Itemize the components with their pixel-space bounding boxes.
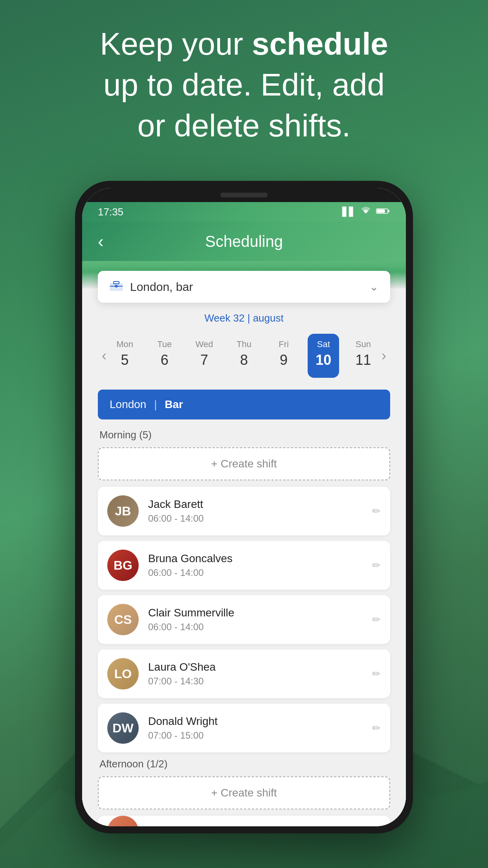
shift-time-bruna: 06:00 - 14:00: [148, 567, 372, 578]
phone-screen: 17:35 ▋▋: [82, 188, 406, 826]
day-thu[interactable]: Thu 8: [228, 334, 260, 378]
back-button[interactable]: ‹: [98, 233, 104, 250]
day-sun-name: Sun: [356, 339, 371, 349]
day-selector: ‹ Mon 5 Tue 6 Wed 7 Thu: [98, 334, 390, 378]
content-area[interactable]: Week 32 | august ‹ Mon 5 Tue 6 Wed 7: [82, 289, 406, 826]
create-shift-morning-button[interactable]: + Create shift: [98, 447, 390, 480]
avatar-bruna: BG: [107, 550, 139, 581]
shift-info-laura: Laura O'Shea 07:00 - 14:30: [148, 661, 372, 687]
svg-rect-2: [377, 210, 385, 213]
create-shift-afternoon-label: + Create shift: [211, 787, 277, 799]
app-header: ‹ Scheduling: [82, 222, 406, 261]
hero-line3: or delete shifts.: [138, 108, 351, 143]
shift-info-bruna: Bruna Goncalves 06:00 - 14:00: [148, 552, 372, 578]
day-mon-num: 5: [121, 352, 129, 368]
edit-shift-laura-button[interactable]: ✏: [372, 668, 381, 680]
location-separator: |: [154, 398, 160, 410]
edit-shift-clair-button[interactable]: ✏: [372, 614, 381, 626]
app-title: Scheduling: [205, 233, 283, 250]
day-tue-num: 6: [161, 352, 169, 368]
wifi-icon: [360, 206, 371, 217]
shift-info-clair: Clair Summerville 06:00 - 14:00: [148, 607, 372, 633]
hero-section: Keep your schedule up to date. Edit, add…: [0, 24, 488, 146]
shift-card-laura[interactable]: LO Laura O'Shea 07:00 - 14:30 ✏: [98, 649, 390, 698]
svg-rect-6: [115, 285, 117, 287]
shift-time-jack: 06:00 - 14:00: [148, 513, 372, 524]
avatar-afternoon: AM: [107, 816, 139, 826]
edit-shift-donald-button[interactable]: ✏: [372, 722, 381, 734]
avatar-clair: CS: [107, 604, 139, 635]
hero-bold: schedule: [252, 26, 388, 61]
svg-rect-4: [114, 281, 119, 284]
days-row: Mon 5 Tue 6 Wed 7 Thu 8: [106, 334, 382, 378]
create-shift-afternoon-button[interactable]: + Create shift: [98, 776, 390, 809]
shift-card-donald[interactable]: DW Donald Wright 07:00 - 15:00 ✏: [98, 704, 390, 752]
day-tue[interactable]: Tue 6: [149, 334, 180, 378]
day-sun-num: 11: [355, 352, 371, 368]
shift-time-laura: 07:00 - 14:30: [148, 676, 372, 687]
shift-name-laura: Laura O'Shea: [148, 661, 372, 673]
next-week-button[interactable]: ›: [382, 348, 386, 364]
location-selector[interactable]: London, bar ⌄: [98, 271, 390, 303]
shift-name-jack: Jack Barett: [148, 498, 372, 511]
afternoon-section-header: Afternoon (1/2): [98, 758, 390, 770]
day-wed-name: Wed: [195, 339, 213, 349]
day-tue-name: Tue: [157, 339, 172, 349]
day-sat-num: 10: [316, 352, 331, 368]
svg-rect-1: [388, 210, 389, 212]
edit-shift-jack-button[interactable]: ✏: [372, 505, 381, 517]
phone-notch-area: [82, 188, 406, 202]
signal-icon: ▋▋: [342, 207, 356, 217]
location-name: London, bar: [130, 280, 193, 294]
day-fri-name: Fri: [279, 339, 289, 349]
afternoon-section: Afternoon (1/2) + Create shift AM: [98, 758, 390, 826]
speaker: [220, 193, 268, 197]
shift-card-bruna[interactable]: BG Bruna Goncalves 06:00 - 14:00 ✏: [98, 541, 390, 590]
day-wed-num: 7: [200, 352, 208, 368]
hero-line2: up to date. Edit, add: [103, 67, 385, 102]
day-mon[interactable]: Mon 5: [109, 334, 141, 378]
status-bar: 17:35 ▋▋: [82, 202, 406, 222]
shift-name-donald: Donald Wright: [148, 715, 372, 728]
shift-info-donald: Donald Wright 07:00 - 15:00: [148, 715, 372, 741]
shift-name-clair: Clair Summerville: [148, 607, 372, 619]
avatar-jack: JB: [107, 495, 139, 527]
chevron-down-icon[interactable]: ⌄: [369, 280, 378, 293]
day-sat-name: Sat: [317, 339, 330, 349]
day-mon-name: Mon: [116, 339, 133, 349]
create-shift-morning-label: + Create shift: [211, 458, 277, 470]
location-left: London, bar: [110, 280, 193, 294]
week-label: Week 32 | august: [98, 312, 390, 324]
briefcase-icon: [110, 280, 123, 294]
edit-shift-bruna-button[interactable]: ✏: [372, 559, 381, 572]
section-bar-name: Bar: [165, 398, 183, 410]
day-thu-name: Thu: [237, 339, 251, 349]
shift-time-donald: 07:00 - 15:00: [148, 730, 372, 741]
location-section-bar: London | Bar: [98, 390, 390, 419]
phone-frame: 17:35 ▋▋: [75, 181, 413, 833]
shift-info-jack: Jack Barett 06:00 - 14:00: [148, 498, 372, 524]
day-wed[interactable]: Wed 7: [189, 334, 220, 378]
location-bar-text: London: [110, 398, 146, 410]
day-fri-num: 9: [280, 352, 288, 368]
shift-card-partial[interactable]: AM: [98, 816, 390, 826]
active-day-indicator: [316, 371, 331, 372]
prev-week-button[interactable]: ‹: [102, 348, 106, 364]
avatar-donald: DW: [107, 712, 139, 744]
status-time: 17:35: [98, 206, 123, 218]
battery-icon: [376, 207, 390, 217]
shift-time-clair: 06:00 - 14:00: [148, 622, 372, 633]
header-gradient: London, bar ⌄: [82, 261, 406, 289]
day-sat[interactable]: Sat 10: [308, 334, 339, 378]
day-fri[interactable]: Fri 9: [268, 334, 299, 378]
day-sun[interactable]: Sun 11: [347, 334, 379, 378]
day-thu-num: 8: [240, 352, 248, 368]
hero-line1: Keep your: [100, 26, 252, 61]
status-icons: ▋▋: [342, 206, 390, 217]
morning-section-header: Morning (5): [98, 429, 390, 441]
shift-card-jack[interactable]: JB Jack Barett 06:00 - 14:00 ✏: [98, 487, 390, 535]
avatar-laura: LO: [107, 658, 139, 690]
shift-card-clair[interactable]: CS Clair Summerville 06:00 - 14:00 ✏: [98, 595, 390, 644]
shift-name-bruna: Bruna Goncalves: [148, 552, 372, 565]
